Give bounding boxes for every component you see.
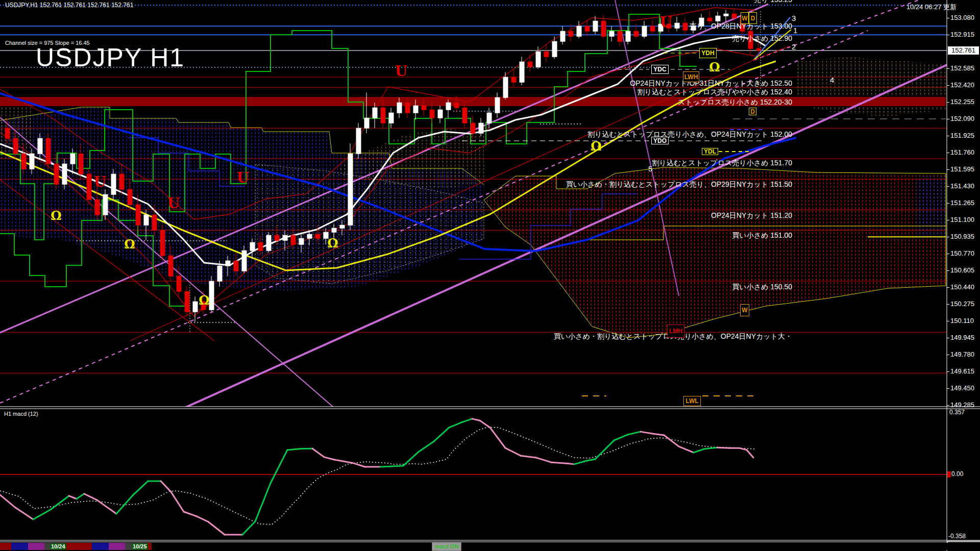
fan-line-label: 2 [792, 42, 796, 51]
axis-tick [947, 270, 949, 271]
axis-tick [947, 338, 949, 338]
horseshoe-down-mark: Ω [51, 208, 61, 223]
axis-tick [947, 321, 949, 321]
level-box-w[interactable]: W [741, 12, 749, 24]
price-axis-label: 150.935 [950, 233, 974, 240]
order-annotation[interactable]: ストップロス売り小さめ 152.20-30 [678, 98, 792, 107]
macd-scale-bottom: -0.358 [948, 533, 966, 540]
horseshoe-down-mark: Ω [709, 60, 720, 74]
axis-tick [947, 18, 949, 18]
axis-tick [947, 102, 949, 103]
macd-indicator-label: H1 macd (12) [4, 411, 38, 417]
axis-tick [947, 237, 949, 237]
price-axis-label: 152.090 [950, 115, 974, 122]
session-segment [0, 543, 11, 550]
level-box-w[interactable]: W [740, 304, 749, 316]
level-box-ydc[interactable]: YDC [651, 65, 669, 74]
horseshoe-up-mark: U [395, 63, 407, 80]
axis-tick [947, 35, 949, 35]
horseshoe-down-mark: Ω [124, 237, 135, 252]
price-axis-label: 151.925 [950, 132, 974, 139]
price-axis-label: 151.100 [950, 216, 974, 223]
axis-tick [947, 371, 949, 372]
main-chart-layer: UUUUUΩΩΩΩΩΩ [0, 0, 980, 491]
order-annotation[interactable]: 買い小さめ 150.50 [732, 283, 792, 292]
axis-tick [947, 254, 949, 254]
price-axis-label: 149.780 [950, 350, 974, 358]
watermark-symbol: USDJPY H1 [36, 43, 185, 72]
price-axis-label: 150.770 [950, 249, 974, 257]
order-annotation[interactable]: 買い小さめ 151.00 [732, 231, 792, 240]
last-updated-text: 10/24 06:27 更新 [906, 3, 957, 12]
axis-tick [947, 136, 949, 136]
date-label: 10/24 [50, 543, 66, 549]
axis-tick [947, 85, 949, 86]
price-axis-label: 152.585 [950, 64, 974, 72]
axis-tick [947, 355, 949, 355]
fan-line-label: 3 [792, 14, 796, 22]
axis-tick [947, 287, 949, 288]
price-axis-label: 149.450 [950, 384, 974, 392]
macd-toggle-button[interactable]: macd ON [432, 542, 461, 551]
horseshoe-up-mark: U [167, 195, 180, 212]
macd-scale-top: 0.357 [949, 409, 965, 416]
horseshoe-down-mark: Ω [591, 139, 601, 154]
price-axis-label: 150.440 [950, 283, 974, 291]
price-axis-label: 152.915 [950, 31, 974, 38]
price-axis-label: 149.615 [950, 367, 974, 375]
level-box-lmh[interactable]: LMH [667, 324, 684, 338]
level-box-ydl[interactable]: YDL [702, 148, 718, 155]
order-annotation[interactable]: 買い小さめ・割り込むとストップロス売り、OP29日NYカット 151.50 [566, 180, 792, 189]
axis-tick [947, 153, 949, 153]
price-axis-label: 149.945 [950, 334, 974, 341]
symbol-title: USDJPY,H1 152.761 152.761 152.761 152.76… [5, 2, 133, 9]
price-axis-label: 149.285 [950, 401, 974, 409]
price-axis-label: 150.110 [950, 317, 974, 324]
session-segment [65, 543, 92, 550]
price-axis-label: 150.275 [950, 300, 974, 308]
macd-scale-zero: 0.00 [951, 470, 963, 478]
axis-tick [947, 405, 949, 406]
price-axis-label: 151.595 [950, 165, 974, 173]
level-box-ydo[interactable]: YDO [651, 137, 669, 144]
axis-tick [947, 220, 949, 220]
axis-tick [947, 186, 949, 187]
price-axis-label: 151.760 [950, 148, 974, 156]
session-segment [109, 543, 125, 550]
axis-tick [947, 388, 949, 389]
order-annotation[interactable]: 割り込むとストップロス売り小さめ 151.70 [652, 159, 792, 168]
level-box-d[interactable]: D [749, 12, 757, 24]
order-annotation[interactable]: 割り込むとストップロス売り小さめ、OP24日NYカット 152.00 [587, 130, 792, 139]
price-axis-label: 153.080 [950, 14, 974, 21]
horseshoe-down-mark: Ω [327, 236, 338, 251]
axis-tick [947, 119, 949, 119]
level-box-lwl[interactable]: LWL [683, 396, 701, 406]
session-timeline-bar: 10/2410/25 [0, 543, 980, 550]
order-annotation[interactable]: OP24日NYカット/OP31日NYカット大きめ 152.50 [630, 79, 792, 88]
session-segment [28, 543, 44, 550]
session-segment [92, 543, 109, 550]
session-segment [11, 543, 28, 550]
horseshoe-down-mark: Ω [199, 293, 209, 308]
mt4-chart-window: UUUUUΩΩΩΩΩΩ USDJPY,H1 152.761 152.761 15… [0, 0, 980, 551]
fan-line-label: 4 [830, 76, 834, 84]
fan-line-label: 1 [793, 26, 797, 35]
macd-signal-line [0, 427, 755, 524]
horseshoe-up-mark: U [237, 169, 249, 186]
current-price-tag: 152.761 [948, 46, 979, 55]
fan-line-label: 5 [648, 164, 652, 173]
level-box-ydh[interactable]: YDH [699, 48, 717, 58]
horseshoe-up-mark: U [94, 173, 106, 190]
axis-tick [947, 68, 949, 69]
order-annotation[interactable]: 売り小さめ 152.90 [732, 34, 792, 43]
horseshoe-up-mark: U [660, 14, 672, 31]
price-axis-label: 152.255 [950, 98, 974, 106]
order-annotation[interactable]: 割り込むとストップロス売りやや小さめ 152.40 [638, 88, 792, 97]
level-box-lwh[interactable]: LWH [683, 71, 699, 82]
axis-tick [947, 169, 949, 170]
price-axis-label: 151.265 [950, 199, 974, 207]
level-box-d[interactable]: D [749, 108, 756, 115]
order-annotation[interactable]: OP24日NYカット 151.20 [711, 211, 792, 220]
date-label: 10/25 [132, 543, 148, 549]
macd-panel-layer [0, 419, 947, 535]
